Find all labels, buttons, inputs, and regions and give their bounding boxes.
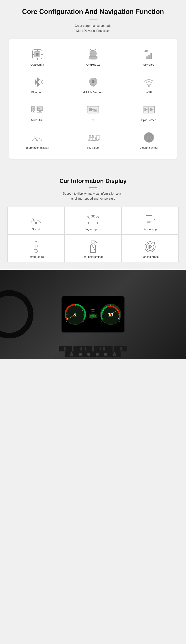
wifi-icon — [142, 76, 155, 88]
control-knob-right[interactable] — [113, 352, 116, 356]
svg-line-87 — [92, 244, 95, 250]
svg-rect-4 — [37, 58, 38, 60]
svg-rect-6 — [41, 54, 43, 55]
vent-left — [59, 346, 72, 352]
wifi-label: WIFI — [146, 90, 152, 94]
car-vents — [59, 346, 127, 352]
infodisplay-icon — [31, 131, 44, 144]
control-btn-3[interactable] — [96, 353, 99, 356]
section-core: Core Configuration And Navigation Functi… — [0, 0, 186, 170]
feature-qualcomm: Qualcomm — [9, 42, 65, 70]
feature-mirrorlink: Mirror link — [9, 98, 65, 126]
seatbelt-label: Seat belt reminder — [82, 255, 105, 258]
carinfo-grid: Speed — [8, 207, 178, 262]
car-display-screen[interactable]: 0 220 0 km/h 10:08 80°F — [61, 296, 125, 333]
android-icon — [86, 48, 100, 61]
control-knob-left[interactable] — [70, 352, 73, 356]
carinfo-seatbelt: Seat belt reminder — [65, 235, 121, 262]
svg-rect-75 — [147, 217, 151, 220]
vent-center-right — [94, 346, 113, 352]
engine-label: Engine speed — [84, 228, 102, 231]
carinfo-speed: Speed — [8, 207, 64, 234]
hdvideo-label: HD video — [87, 146, 99, 150]
dashboard-section: 0 220 0 km/h 10:08 80°F — [0, 270, 186, 359]
section-subtitle: Great performance upgrade More Powerful … — [4, 23, 182, 33]
bluetooth-icon — [31, 76, 44, 88]
svg-rect-15 — [90, 56, 96, 57]
svg-point-86 — [91, 240, 95, 244]
vent-center-left — [73, 346, 92, 352]
svg-line-11 — [94, 49, 96, 50]
control-btn-2[interactable] — [87, 353, 90, 356]
simcard-label: SIM card — [143, 63, 154, 66]
car-controls — [65, 352, 121, 357]
speedometer-icon — [29, 212, 43, 226]
control-btn-1[interactable] — [79, 353, 82, 356]
mirrorlink-label: Mirror link — [31, 118, 43, 122]
screen-time: 10:08 — [91, 309, 95, 311]
hdvideo-icon: HD — [86, 131, 100, 144]
svg-text:!: ! — [154, 242, 155, 244]
carinfo-remaining: Remaining — [122, 207, 178, 234]
screen-center-info: 10:08 80°F 17274mi — [88, 309, 98, 320]
pip-label: PIP — [91, 118, 95, 122]
feature-steering: Steering wheel — [121, 126, 177, 153]
feature-infodisplay: Information display — [9, 126, 65, 153]
parkingbrake-label: Parking brake — [141, 255, 159, 258]
svg-point-21 — [148, 85, 149, 86]
svg-line-65 — [89, 218, 90, 218]
svg-point-23 — [33, 111, 34, 112]
svg-rect-12 — [90, 56, 96, 59]
svg-line-45 — [40, 136, 40, 137]
svg-rect-69 — [97, 216, 98, 218]
parkingbrake-icon: P ! — [143, 240, 157, 253]
svg-line-56 — [33, 218, 33, 219]
svg-rect-29 — [39, 111, 41, 112]
feature-wifi: WIFI — [121, 70, 177, 98]
svg-rect-16 — [146, 56, 147, 58]
svg-text:HD: HD — [88, 133, 100, 142]
section-title: Core Configuration And Navigation Functi… — [4, 8, 182, 16]
svg-rect-5 — [32, 54, 34, 55]
svg-rect-30 — [37, 112, 42, 112]
svg-rect-62 — [90, 217, 96, 222]
steering-icon — [142, 131, 155, 144]
carinfo-engine: Engine speed — [65, 207, 121, 234]
svg-line-58 — [39, 218, 39, 219]
svg-text:0: 0 — [74, 312, 76, 316]
speed-label: Speed — [32, 228, 40, 231]
engine-icon — [86, 212, 100, 226]
feature-hdvideo: HD HD video — [65, 126, 121, 153]
pip-icon — [86, 103, 100, 116]
steering-label: Steering wheel — [139, 146, 158, 150]
android-label: Android 12 — [86, 63, 100, 66]
remaining-label: Remaining — [143, 228, 157, 231]
svg-text:km/h: km/h — [74, 316, 77, 318]
svg-text:P: P — [148, 244, 152, 250]
svg-rect-18 — [150, 53, 151, 59]
feature-gps: GPS & Glonass — [65, 70, 121, 98]
screen-temp: 80°F — [92, 311, 95, 313]
feature-simcard: 4G SIM card — [121, 42, 177, 70]
qualcomm-icon — [31, 48, 44, 61]
svg-rect-13 — [89, 56, 90, 58]
svg-rect-2 — [36, 53, 39, 56]
temperature-label: Temperature — [28, 255, 44, 258]
speed-gauge: 0 220 0 km/h — [64, 298, 87, 330]
svg-line-68 — [96, 217, 97, 218]
infodisplay-label: Information display — [26, 146, 49, 150]
splitscreen-label: Split Screen — [141, 118, 156, 122]
control-btn-4[interactable] — [104, 353, 107, 356]
bluetooth-label: Bluetooth — [31, 90, 43, 94]
vent-right — [114, 346, 127, 352]
carinfo-temperature: Temperature — [8, 235, 64, 262]
svg-point-48 — [37, 140, 38, 142]
qualcomm-label: Qualcomm — [31, 63, 44, 66]
carinfo-parkingbrake: P ! Parking brake — [122, 235, 178, 262]
svg-text:4G: 4G — [144, 50, 148, 52]
title-divider — [89, 20, 97, 20]
features-grid: Qualcomm — [9, 42, 177, 153]
svg-rect-17 — [148, 55, 149, 58]
screen-mileage: 17274mi — [91, 318, 96, 320]
carinfo-divider — [89, 187, 97, 188]
